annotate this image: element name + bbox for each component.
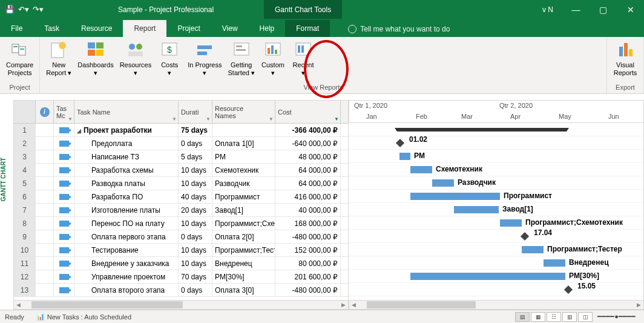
- cell-cost[interactable]: 64 000,00 ₽: [275, 164, 341, 176]
- dashboards-button[interactable]: Dashboards ▾: [75, 39, 116, 78]
- getting-started-button[interactable]: Getting Started ▾: [225, 39, 257, 78]
- cell-cost[interactable]: 168 000,00 ₽: [275, 217, 341, 230]
- table-row[interactable]: 5Разводка платы10 daysРазводчик64 000,00…: [14, 177, 348, 190]
- cell-info[interactable]: [36, 284, 54, 296]
- cell-resource[interactable]: Программист;Тестер: [212, 244, 275, 256]
- header-row-number[interactable]: [14, 101, 36, 123]
- cell-duration[interactable]: 5 days: [179, 150, 212, 163]
- cell-task-name[interactable]: Управление проектом: [74, 270, 179, 283]
- cell-task-mode[interactable]: [54, 164, 74, 176]
- row-number[interactable]: 13: [14, 284, 36, 296]
- cell-duration[interactable]: 10 days: [179, 244, 212, 256]
- header-task-mode[interactable]: Tas Mc▼: [54, 101, 74, 123]
- cell-task-mode[interactable]: [54, 230, 74, 243]
- view-task-usage-icon[interactable]: ▦: [531, 312, 545, 322]
- table-row[interactable]: 12Управление проектом70 daysPM[30%]201 6…: [14, 270, 348, 284]
- cell-cost[interactable]: -366 400,00 ₽: [275, 124, 341, 136]
- header-task-name[interactable]: Task Name▼: [74, 101, 179, 123]
- cell-cost[interactable]: -640 000,00 ₽: [275, 137, 341, 150]
- in-progress-button[interactable]: In Progress ▾: [185, 39, 224, 78]
- cell-resource[interactable]: PM[30%]: [212, 270, 275, 283]
- view-report-icon[interactable]: ◫: [578, 312, 593, 322]
- cell-resource[interactable]: Внедренец: [212, 257, 275, 270]
- resources-button[interactable]: Resources ▾: [117, 39, 154, 78]
- cell-cost[interactable]: 64 000,00 ₽: [275, 177, 341, 190]
- cell-duration[interactable]: 0 days: [179, 230, 212, 243]
- recent-button[interactable]: Recent ▾: [289, 39, 318, 78]
- cell-duration[interactable]: 70 days: [179, 270, 212, 283]
- tab-report[interactable]: Report: [123, 20, 166, 37]
- row-number[interactable]: 9: [14, 230, 36, 243]
- cell-task-mode[interactable]: [54, 270, 74, 283]
- cell-duration[interactable]: 10 days: [179, 257, 212, 270]
- cell-resource[interactable]: PM: [212, 150, 275, 163]
- row-number[interactable]: 4: [14, 164, 36, 176]
- cell-task-name[interactable]: Тестирование: [74, 244, 179, 256]
- timescale[interactable]: Qtr 1, 2020 Qtr 2, 2020 Jan Feb Mar Apr …: [349, 100, 644, 123]
- tab-help[interactable]: Help: [249, 20, 286, 37]
- minimize-button[interactable]: —: [562, 5, 590, 15]
- costs-button[interactable]: $Costs ▾: [155, 39, 184, 78]
- row-number[interactable]: 6: [14, 190, 36, 203]
- cell-task-mode[interactable]: [54, 190, 74, 203]
- cell-resource[interactable]: [212, 124, 275, 136]
- table-row[interactable]: 3Написание ТЗ5 daysPM48 000,00 ₽: [14, 150, 348, 164]
- task-bar[interactable]: Программист;Тестер: [522, 246, 544, 253]
- cell-info[interactable]: [36, 244, 54, 256]
- cell-task-name[interactable]: Внедрение у заказчика: [74, 257, 179, 270]
- row-number[interactable]: 10: [14, 244, 36, 256]
- cell-info[interactable]: [36, 164, 54, 176]
- cell-resource[interactable]: Разводчик: [212, 177, 275, 190]
- cell-task-name[interactable]: Предоплата: [74, 137, 179, 150]
- task-bar[interactable]: PM: [399, 153, 410, 160]
- cell-cost[interactable]: 201 600,00 ₽: [275, 270, 341, 283]
- redo-icon[interactable]: ↷▾: [33, 5, 44, 14]
- cell-task-mode[interactable]: [54, 137, 74, 150]
- cell-task-name[interactable]: Оплата второго этапа: [74, 284, 179, 296]
- cell-resource[interactable]: Программист;Схемотехник: [212, 217, 275, 230]
- row-number[interactable]: 1: [14, 124, 36, 136]
- cell-resource[interactable]: Оплата 1[0]: [212, 137, 275, 150]
- cell-task-name[interactable]: Перенос ПО на плату: [74, 217, 179, 230]
- cell-duration[interactable]: 0 days: [179, 284, 212, 296]
- cell-task-mode[interactable]: [54, 204, 74, 216]
- task-bar[interactable]: Разводчик: [432, 179, 454, 187]
- header-cost[interactable]: Cost▼: [275, 101, 341, 123]
- cell-cost[interactable]: 48 000,00 ₽: [275, 150, 341, 163]
- close-button[interactable]: ✕: [617, 5, 644, 15]
- task-bar[interactable]: Завод[1]: [454, 206, 499, 213]
- cell-cost[interactable]: 152 000,00 ₽: [275, 244, 341, 256]
- cell-task-mode[interactable]: [54, 257, 74, 270]
- row-number[interactable]: 7: [14, 204, 36, 216]
- row-number[interactable]: 2: [14, 137, 36, 150]
- cell-info[interactable]: [36, 177, 54, 190]
- maximize-button[interactable]: ▢: [590, 5, 617, 15]
- cell-duration[interactable]: 40 days: [179, 190, 212, 203]
- row-number[interactable]: 12: [14, 270, 36, 283]
- zoom-track[interactable]: ━━━━●━━━━: [597, 313, 636, 321]
- task-bar[interactable]: Программист;Схемотехник: [500, 219, 522, 227]
- summary-bar[interactable]: [397, 128, 567, 132]
- tell-me-search[interactable]: Tell me what you want to do: [348, 25, 450, 37]
- cell-task-name[interactable]: Разводка платы: [74, 177, 179, 190]
- custom-button[interactable]: Custom ▾: [258, 39, 288, 78]
- cell-resource[interactable]: Схемотехник: [212, 164, 275, 176]
- view-team-planner-icon[interactable]: ☷: [547, 312, 561, 322]
- gantt-scrollbar[interactable]: ◀▶: [349, 300, 644, 310]
- undo-icon[interactable]: ↶▾: [18, 5, 29, 14]
- table-row[interactable]: 9Оплата первого этапа0 daysОплата 2[0]-4…: [14, 230, 348, 244]
- tab-format[interactable]: Format: [285, 20, 330, 37]
- cell-resource[interactable]: Оплата 2[0]: [212, 230, 275, 243]
- table-row[interactable]: 4Разработка схемы10 daysСхемотехник64 00…: [14, 164, 348, 177]
- cell-task-mode[interactable]: [54, 284, 74, 296]
- table-row[interactable]: 2Предоплата0 daysОплата 1[0]-640 000,00 …: [14, 137, 348, 150]
- header-duration[interactable]: Durati▼: [179, 101, 212, 123]
- cell-info[interactable]: [36, 124, 54, 136]
- cell-task-mode[interactable]: [54, 244, 74, 256]
- cell-info[interactable]: [36, 230, 54, 243]
- tab-project[interactable]: Project: [166, 20, 211, 37]
- cell-duration[interactable]: 75 days: [179, 124, 212, 136]
- view-resource-sheet-icon[interactable]: ▥: [562, 312, 577, 322]
- save-icon[interactable]: 💾: [5, 5, 15, 14]
- cell-task-mode[interactable]: [54, 150, 74, 163]
